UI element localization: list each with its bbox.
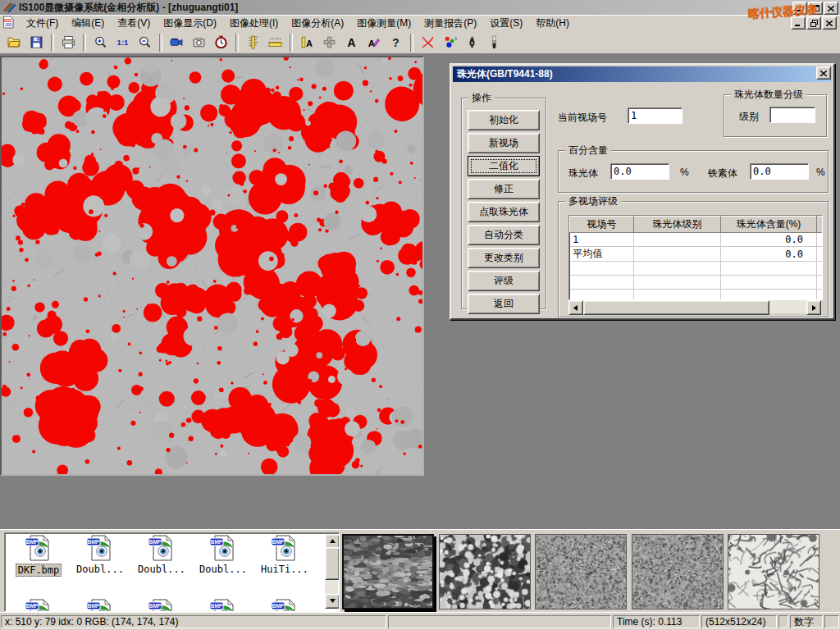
scroll-down-icon[interactable] — [325, 594, 340, 609]
brush-icon[interactable] — [483, 32, 505, 53]
init-button[interactable]: 初始化 — [468, 110, 540, 130]
svg-text:A: A — [368, 38, 376, 48]
curve-tool-icon[interactable] — [417, 32, 439, 53]
multi-field-group-title: 多视场评级 — [565, 195, 621, 207]
zoom-out-icon[interactable] — [134, 32, 156, 53]
file-item[interactable]: BMP DKF.bmp — [10, 535, 67, 577]
scrollbar-thumb[interactable] — [583, 300, 769, 315]
table-row[interactable]: 1 0.0 — [570, 233, 824, 247]
classify-balls-icon[interactable]: 3 — [439, 32, 461, 53]
svg-text:BMP: BMP — [26, 539, 39, 545]
file-name[interactable]: Doubl... — [75, 564, 126, 575]
thumbnail-3[interactable] — [535, 534, 627, 609]
grade-button[interactable]: 评级 — [468, 271, 540, 291]
file-item[interactable]: BMP — [10, 599, 67, 612]
table-row[interactable]: 平均值 0.0 — [570, 247, 824, 262]
pearlite-percent-input[interactable] — [610, 163, 669, 180]
file-browser-scrollbar[interactable] — [325, 534, 338, 609]
table-row[interactable] — [570, 262, 824, 276]
col-pearlite-content[interactable]: 珠光体含量(%) — [721, 217, 817, 233]
file-item[interactable]: BMP Doubl... — [71, 535, 129, 575]
col-field-no[interactable]: 视场号 — [570, 217, 634, 233]
table-horizontal-scrollbar[interactable] — [568, 300, 821, 313]
file-item[interactable]: BMP — [194, 599, 252, 612]
thumbnail-2[interactable] — [439, 534, 531, 609]
bmp-file-icon: BMP — [86, 552, 114, 564]
col-ferrite-content[interactable]: 铁素体含量(%) — [817, 217, 824, 233]
mdi-close-button[interactable] — [822, 16, 837, 30]
return-button[interactable]: 返回 — [468, 294, 540, 314]
table-row[interactable] — [570, 276, 824, 290]
mdi-restore-button[interactable] — [806, 16, 821, 30]
pick-pearlite-button[interactable]: 点取珠光体 — [468, 202, 540, 222]
file-item[interactable]: BMP — [133, 599, 190, 612]
caliper-icon[interactable] — [242, 32, 264, 53]
file-name[interactable]: Doubl... — [136, 564, 187, 575]
close-button[interactable] — [824, 2, 838, 15]
ruler-icon[interactable] — [264, 32, 286, 53]
open-icon[interactable] — [3, 32, 25, 53]
file-item[interactable]: BMP Doubl... — [133, 535, 190, 575]
maximize-button[interactable] — [808, 2, 823, 15]
text-icon[interactable]: A — [340, 32, 363, 53]
table-row[interactable] — [570, 290, 824, 301]
col-pearlite-grade[interactable]: 珠光体级别 — [634, 217, 721, 233]
timer-clock-icon[interactable] — [210, 32, 232, 53]
menu-settings[interactable]: 设置(S) — [483, 15, 529, 32]
help-icon[interactable]: ? — [385, 32, 407, 53]
cell: 0.0 — [721, 247, 817, 262]
mdi-minimize-button[interactable] — [791, 16, 806, 30]
grade-level-input[interactable] — [769, 107, 815, 123]
file-name[interactable]: DKF.bmp — [16, 564, 62, 577]
scrollbar-thumb[interactable] — [325, 547, 340, 580]
menu-image-measure[interactable]: 图像测量(M) — [350, 15, 418, 32]
bmp-file-icon: BMP — [271, 552, 299, 564]
auto-classify-button[interactable]: 自动分类 — [468, 225, 540, 245]
svg-text:1:1: 1:1 — [117, 38, 129, 47]
menu-measure-report[interactable]: 测量报告(P) — [418, 15, 483, 32]
menu-image-analysis[interactable]: 图像分析(A) — [285, 15, 350, 32]
file-name[interactable]: HuiTi... — [259, 564, 310, 575]
new-field-button[interactable]: 新视场 — [468, 133, 540, 153]
video-camera-icon[interactable] — [166, 32, 188, 53]
scroll-left-icon[interactable] — [568, 300, 583, 315]
menu-view[interactable]: 查看(V) — [111, 15, 157, 32]
bmp-file-icon: BMP — [148, 552, 176, 564]
thumbnail-5[interactable] — [728, 534, 819, 609]
pen-icon[interactable] — [461, 32, 483, 53]
status-blank-panel — [824, 615, 839, 628]
scrollbar-track[interactable] — [769, 300, 806, 313]
scroll-right-icon[interactable] — [806, 300, 821, 315]
ferrite-percent-input[interactable] — [750, 163, 809, 180]
menu-help[interactable]: 帮助(H) — [529, 15, 576, 32]
actual-size-icon[interactable]: 1:1 — [112, 32, 134, 53]
dialog-title-bar[interactable]: 珠光体(GB/T9441-88) — [453, 66, 832, 82]
change-class-button[interactable]: 更改类别 — [468, 248, 540, 268]
file-name[interactable]: Doubl... — [198, 564, 249, 575]
menu-image-processing[interactable]: 图像处理(I) — [223, 15, 285, 32]
capture-camera-icon[interactable] — [188, 32, 210, 53]
save-icon[interactable] — [25, 32, 48, 53]
file-item[interactable]: BMP HuiTi... — [256, 535, 313, 575]
cell — [817, 247, 824, 262]
measure-text-icon[interactable]: A — [296, 32, 318, 53]
annotate-icon[interactable]: A — [363, 32, 385, 53]
svg-text:BMP: BMP — [211, 539, 223, 545]
grid-tool-icon[interactable] — [318, 32, 340, 53]
current-field-input[interactable] — [628, 107, 682, 124]
thumbnail-4[interactable] — [632, 534, 724, 609]
file-item[interactable]: BMP Doubl... — [194, 535, 252, 575]
file-item[interactable]: BMP — [256, 599, 313, 612]
dialog-close-icon[interactable] — [816, 66, 831, 80]
correct-button[interactable]: 修正 — [468, 179, 540, 199]
menu-image-display[interactable]: 图像显示(D) — [157, 15, 223, 32]
minimize-button[interactable] — [792, 2, 807, 15]
menu-file[interactable]: 文件(F) — [20, 15, 65, 32]
print-icon[interactable] — [57, 32, 80, 53]
zoom-in-icon[interactable] — [89, 32, 112, 53]
binarize-button[interactable]: 二值化 — [468, 156, 540, 176]
thumbnail-1[interactable] — [342, 534, 434, 609]
metallographic-image[interactable] — [2, 57, 422, 474]
file-item[interactable]: BMP — [71, 599, 129, 612]
menu-edit[interactable]: 编辑(E) — [65, 15, 111, 32]
